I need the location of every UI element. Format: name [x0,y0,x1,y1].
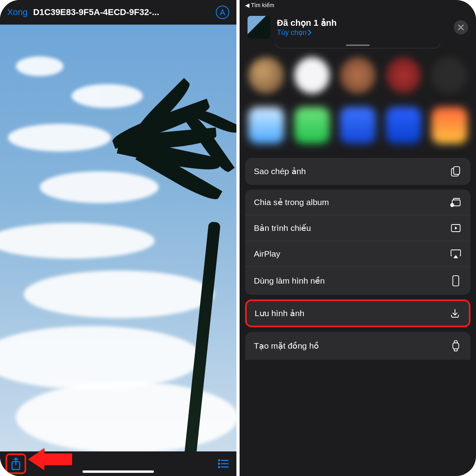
file-title: D1C39E83-9F5A-4ECD-9F32-... [33,7,210,17]
sheet-grabber[interactable] [275,43,440,48]
svg-point-3 [219,463,220,464]
airdrop-contacts-row[interactable] [240,52,476,99]
download-icon [449,308,461,319]
photo-content[interactable] [0,25,236,451]
action-label: AirPlay [254,249,280,259]
album-icon [450,198,462,207]
sheet-header: Đã chọn 1 ảnh Tùy chọn [240,10,476,43]
save-image-row[interactable]: Lưu hình ảnh [247,301,469,326]
photo-viewer-pane: Xong D1C39E83-9F5A-4ECD-9F32-... [0,0,238,476]
create-watchface-row[interactable]: Tạo mặt đồng hồ [245,332,470,360]
sheet-title: Đã chọn 1 ảnh [277,18,447,28]
options-link[interactable]: Tùy chọn [277,28,311,37]
save-image-highlight: Lưu hình ảnh [245,299,470,327]
svg-rect-7 [454,167,460,174]
close-button[interactable] [454,20,468,35]
airplay-row[interactable]: AirPlay [245,241,470,267]
airplay-icon [450,249,462,259]
phone-icon [450,275,462,287]
action-group-2: Chia sẻ trong album Bản trình chiếu AirP… [245,190,470,295]
viewer-header: Xong D1C39E83-9F5A-4ECD-9F32-... [0,0,236,25]
back-to-search[interactable]: ◀ Tìm kiếm [245,2,274,8]
share-button-highlight [6,453,26,474]
action-group-3: Tạo mặt đồng hồ [245,332,470,360]
copy-photo-row[interactable]: Sao chép ảnh [245,158,470,185]
svg-rect-13 [453,343,459,349]
svg-rect-12 [453,276,459,286]
home-indicator[interactable] [83,470,154,473]
share-apps-row[interactable] [240,99,476,153]
list-icon[interactable] [217,459,229,468]
copy-icon [450,166,462,177]
action-label: Lưu hình ảnh [255,309,304,318]
share-sheet-pane: ◀ Tìm kiếm Đã chọn 1 ảnh Tùy chọn Sao ch… [238,0,476,476]
play-rect-icon [450,224,462,232]
share-album-row[interactable]: Chia sẻ trong album [245,190,470,215]
svg-point-5 [219,466,220,468]
watch-icon [450,340,462,352]
action-group-1: Sao chép ảnh [245,158,470,185]
action-label: Sao chép ảnh [254,167,306,176]
svg-point-1 [219,460,220,461]
share-icon[interactable] [10,457,22,470]
slideshow-row[interactable]: Bản trình chiếu [245,215,470,241]
action-label: Tạo mặt đồng hồ [254,341,319,351]
action-label: Chia sẻ trong album [254,198,329,207]
action-label: Dùng làm hình nền [254,276,325,286]
markup-icon[interactable] [216,6,229,19]
annotation-arrow [28,448,72,470]
set-wallpaper-row[interactable]: Dùng làm hình nền [245,267,470,295]
status-bar: ◀ Tìm kiếm [240,0,476,10]
selected-thumbnail[interactable] [248,16,271,39]
done-button[interactable]: Xong [7,7,27,17]
action-label: Bản trình chiếu [254,223,311,233]
